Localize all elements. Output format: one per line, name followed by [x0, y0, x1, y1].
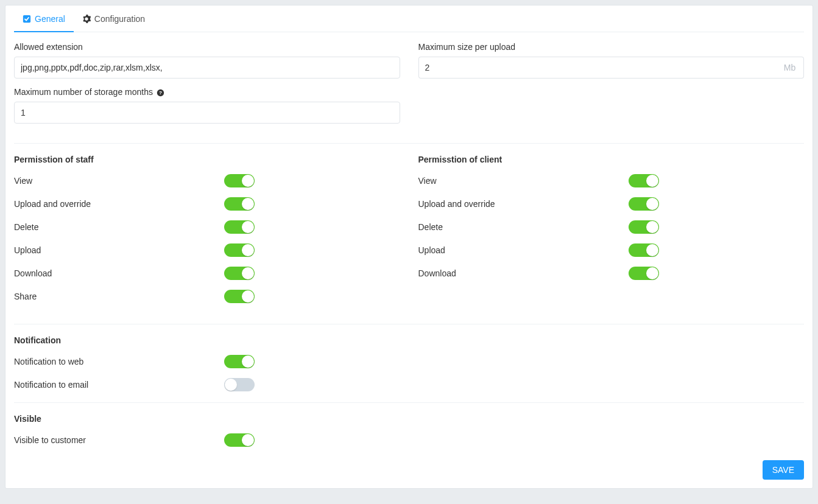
staff-upload-label: Upload	[14, 245, 41, 255]
visible-heading: Visible	[14, 414, 804, 424]
staff-share-toggle[interactable]	[224, 290, 255, 303]
client-download-toggle[interactable]	[629, 267, 659, 280]
staff-delete-toggle[interactable]	[224, 220, 255, 234]
tab-general[interactable]: General	[14, 5, 74, 32]
client-delete-toggle[interactable]	[629, 220, 659, 234]
client-download-label: Download	[418, 268, 456, 278]
client-upload-override-label: Upload and override	[418, 199, 495, 209]
divider	[14, 143, 804, 144]
client-delete-label: Delete	[418, 222, 443, 232]
save-button[interactable]: SAVE	[763, 460, 804, 480]
client-upload-override-toggle[interactable]	[629, 197, 659, 211]
tab-configuration-label: Configuration	[94, 14, 145, 24]
max-size-input[interactable]	[418, 57, 777, 79]
staff-permissions-heading: Permisstion of staff	[14, 155, 400, 164]
staff-upload-override-label: Upload and override	[14, 199, 91, 209]
notification-email-label: Notification to email	[14, 380, 88, 390]
client-view-label: View	[418, 176, 437, 186]
staff-share-label: Share	[14, 292, 37, 301]
staff-view-toggle[interactable]	[224, 174, 255, 187]
settings-panel: General Configuration Allowed extension …	[5, 5, 813, 489]
staff-download-label: Download	[14, 268, 52, 278]
max-size-unit: Mb	[776, 57, 804, 79]
staff-upload-override-toggle[interactable]	[224, 197, 255, 211]
client-upload-label: Upload	[418, 245, 445, 255]
tab-general-label: General	[35, 14, 65, 24]
divider	[14, 402, 804, 403]
tabs: General Configuration	[14, 5, 804, 32]
staff-delete-label: Delete	[14, 222, 38, 232]
notification-email-toggle[interactable]	[224, 378, 255, 391]
max-storage-months-label: Maximum number of storage months ?	[14, 87, 400, 97]
client-upload-toggle[interactable]	[629, 243, 659, 257]
staff-view-label: View	[14, 176, 32, 186]
allowed-extension-label: Allowed extension	[14, 42, 400, 52]
visible-customer-toggle[interactable]	[224, 433, 255, 447]
allowed-extension-input[interactable]	[14, 57, 400, 79]
gear-icon	[82, 15, 91, 23]
staff-download-toggle[interactable]	[224, 267, 255, 280]
check-square-icon	[23, 15, 31, 23]
client-permissions-heading: Permisstion of client	[418, 155, 805, 164]
svg-text:?: ?	[159, 90, 162, 96]
tab-configuration[interactable]: Configuration	[74, 5, 153, 32]
divider	[14, 324, 804, 324]
max-storage-months-input[interactable]	[14, 102, 400, 124]
client-view-toggle[interactable]	[629, 174, 659, 187]
notification-web-toggle[interactable]	[224, 355, 255, 368]
staff-upload-toggle[interactable]	[224, 243, 255, 257]
svg-rect-0	[23, 15, 30, 23]
notification-heading: Notification	[14, 335, 804, 345]
max-size-label: Maximum size per upload	[418, 42, 805, 52]
visible-customer-label: Visible to customer	[14, 435, 86, 445]
help-icon[interactable]: ?	[157, 89, 164, 97]
notification-web-label: Notification to web	[14, 357, 83, 366]
